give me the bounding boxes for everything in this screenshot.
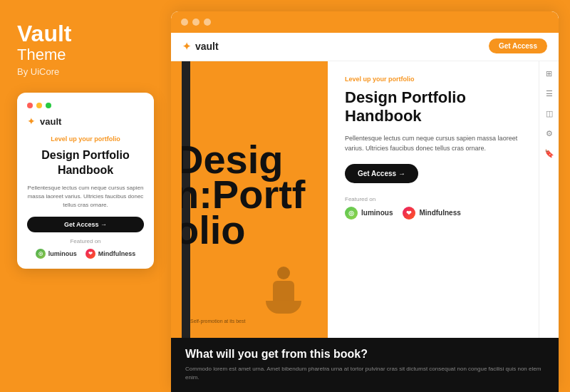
brand-subtitle: Theme — [17, 46, 154, 63]
mobile-tagline: Level up your portfolio — [27, 135, 144, 143]
desktop-dot-2 — [192, 19, 200, 26]
side-icons-panel: ⊞ ☰ ◫ ⚙ 🔖 — [539, 61, 559, 338]
mindfulness-icon: ❤ — [86, 249, 95, 259]
site-content: Desig n:Portf olio — [171, 61, 559, 392]
featured-label: Featured on — [345, 196, 522, 202]
mobile-logo-mindfulness: ❤ Mindfulness — [86, 249, 136, 259]
right-panel: ✦ vault Get Access Desig n:Portf — [171, 0, 570, 392]
desktop-preview: ✦ vault Get Access Desig n:Portf — [171, 11, 559, 392]
mobile-window-dots — [27, 103, 144, 108]
hero-heading: Design Portfolio Handbook — [345, 88, 522, 126]
desktop-dot-3 — [204, 19, 211, 26]
featured-logos: ◎ luminous ❤ Mindfulness — [345, 207, 522, 220]
luminous-icon: ◎ — [36, 249, 46, 259]
bottom-heading: What will you get from this book? — [185, 348, 544, 361]
content-main: Desig n:Portf olio — [171, 61, 559, 392]
side-icon-bookmark[interactable]: 🔖 — [543, 147, 556, 160]
mindfulness-feat-icon: ❤ — [403, 207, 415, 220]
luminous-feat-icon: ◎ — [345, 207, 358, 220]
book-title-text: Desig n:Portf olio — [182, 142, 306, 247]
brand-block: Vault Theme By UiCore — [17, 21, 154, 77]
desktop-logo: ✦ vault — [182, 41, 219, 52]
bottom-body: Commodo lorem est amet urna. Amet bibend… — [185, 365, 544, 382]
mobile-cta-button[interactable]: Get Access → — [27, 217, 144, 232]
bottom-section: What will you get from this book? Commod… — [171, 338, 559, 392]
desktop-navbar: ✦ vault Get Access — [171, 33, 559, 61]
mobile-star-icon: ✦ — [27, 115, 36, 127]
hero-book-area: Desig n:Portf olio — [171, 61, 328, 338]
side-icon-grid[interactable]: ⊞ — [543, 67, 556, 80]
desktop-titlebar — [171, 11, 559, 33]
desktop-dot-1 — [181, 19, 188, 26]
book-author: Self-promotion at its best — [190, 319, 245, 324]
desktop-star-icon: ✦ — [182, 41, 191, 52]
hero-tagline: Level up your portfolio — [345, 76, 522, 83]
mobile-featured-label: Featured on — [27, 238, 144, 244]
hero-row: Desig n:Portf olio — [171, 61, 559, 338]
mobile-logo-luminous: ◎ luminous — [36, 249, 77, 259]
desktop-logo-text: vault — [195, 41, 219, 52]
featured-luminous: ◎ luminous — [345, 207, 393, 220]
mobile-dot-green — [46, 103, 51, 108]
mobile-body: Pellentesque lectus cum neque cursus sap… — [27, 184, 144, 210]
mobile-logos: ◎ luminous ❤ Mindfulness — [27, 249, 144, 259]
hero-content: Level up your portfolio Design Portfolio… — [328, 61, 539, 338]
brand-byline: By UiCore — [17, 66, 154, 77]
book-visual: Desig n:Portf olio — [182, 61, 317, 338]
hero-body: Pellentesque lectus cum neque cursus sap… — [345, 133, 522, 154]
side-icon-settings[interactable]: ⚙ — [543, 127, 556, 140]
book-person-illustration — [264, 267, 303, 316]
hero-cta-button[interactable]: Get Access → — [345, 164, 418, 183]
left-panel: Vault Theme By UiCore ✦ vault Level up y… — [0, 0, 171, 392]
featured-mindfulness: ❤ Mindfulness — [403, 207, 460, 220]
mobile-dot-yellow — [36, 103, 42, 108]
mobile-dot-red — [27, 103, 33, 108]
mobile-heading: Design Portfolio Handbook — [27, 148, 144, 178]
desktop-nav-cta[interactable]: Get Access — [489, 38, 547, 53]
mobile-logo: vault — [40, 116, 61, 127]
side-icon-list[interactable]: ☰ — [543, 87, 556, 100]
featured-section: Featured on ◎ luminous ❤ Mindfulness — [345, 196, 522, 220]
desktop-window-dots — [181, 19, 211, 26]
mobile-preview-card: ✦ vault Level up your portfolio Design P… — [17, 93, 154, 269]
mobile-nav: ✦ vault — [27, 115, 144, 127]
brand-title: Vault — [17, 21, 154, 46]
side-icon-layout[interactable]: ◫ — [543, 107, 556, 120]
